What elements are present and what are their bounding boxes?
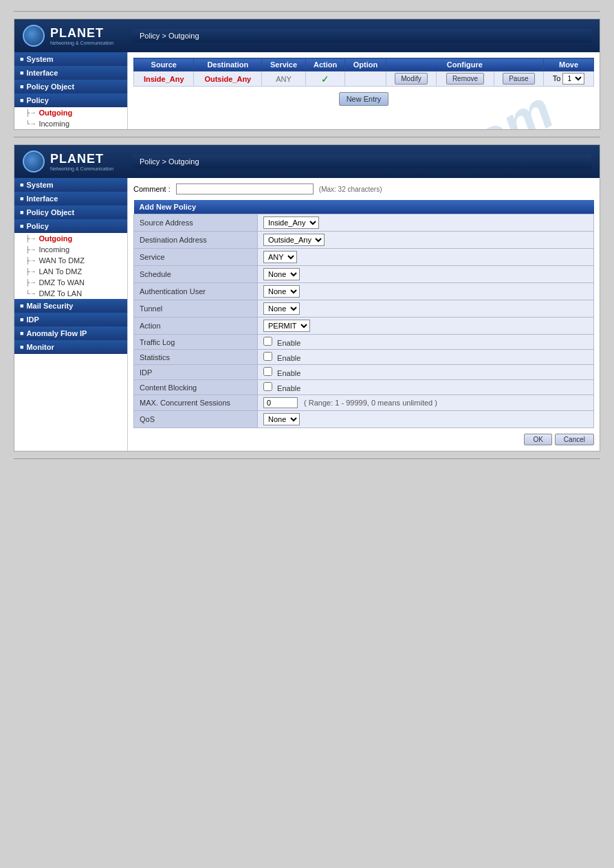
statistics-checkbox[interactable] xyxy=(263,352,272,361)
arrow-icon: └→ xyxy=(25,120,36,127)
tunnel-select[interactable]: None xyxy=(263,302,300,315)
sidebar2-label-wan-dmz: WAN To DMZ xyxy=(39,256,85,265)
sidebar2-item-system[interactable]: ■ System xyxy=(14,178,127,192)
qos-select[interactable]: None xyxy=(263,413,300,425)
add-policy-form: Add New Policy Source Address Inside_Any xyxy=(133,200,594,428)
sidebar2-label-policy: Policy xyxy=(26,222,48,230)
content-blocking-checkbox[interactable] xyxy=(263,382,272,391)
cell-service: ANY xyxy=(262,71,306,87)
cell-move: To 1 xyxy=(544,71,594,87)
remove-button[interactable]: Remove xyxy=(446,73,484,85)
pause-button[interactable]: Pause xyxy=(503,73,534,85)
sidebar2-label-monitor: Monitor xyxy=(26,343,54,351)
field-statistics: Statistics Enable xyxy=(134,350,594,365)
expand-icon: ■ xyxy=(20,83,23,90)
field-value-action: PERMIT xyxy=(258,318,594,335)
field-source-address: Source Address Inside_Any xyxy=(134,214,594,232)
field-value-traffic-log: Enable xyxy=(258,335,594,350)
cell-remove: Remove xyxy=(437,71,494,87)
sidebar2-item-idp[interactable]: ■ IDP xyxy=(14,313,127,326)
sidebar2-item-lan-dmz[interactable]: ├→ LAN To DMZ xyxy=(14,266,127,277)
sidebar2-label-policy-object: Policy Object xyxy=(26,208,74,216)
cancel-button[interactable]: Cancel xyxy=(555,434,594,445)
logo2: PLANET Networking & Communication xyxy=(23,151,133,173)
ok-button[interactable]: OK xyxy=(524,434,551,445)
field-value-max-sessions: ( Range: 1 - 99999, 0 means unlimited ) xyxy=(258,395,594,411)
sidebar1: ■ System ■ Interface ■ Policy Object ■ P… xyxy=(14,52,128,129)
sidebar2-label-interface: Interface xyxy=(26,194,58,203)
sidebar2-item-incoming[interactable]: ├→ Incoming xyxy=(14,244,127,255)
sidebar-label-outgoing: Outgoing xyxy=(39,109,72,117)
schedule-select[interactable]: None xyxy=(263,268,300,280)
sidebar-item-system[interactable]: ■ System xyxy=(14,52,127,66)
arrow-icon: ├→ xyxy=(25,109,36,116)
sidebar2-item-monitor[interactable]: ■ Monitor xyxy=(14,340,127,354)
traffic-log-checkbox[interactable] xyxy=(263,337,272,346)
traffic-log-enable-label: Enable xyxy=(277,339,300,347)
field-value-schedule: None xyxy=(258,266,594,283)
panel2-title: Policy > Outgoing xyxy=(133,155,591,168)
field-label-source: Source Address xyxy=(134,214,258,232)
service-select[interactable]: ANY xyxy=(263,251,297,263)
field-label-service: Service xyxy=(134,249,258,266)
field-destination-address: Destination Address Outside_Any xyxy=(134,232,594,249)
sidebar2-label-mail-security: Mail Security xyxy=(26,302,73,310)
new-entry-button[interactable]: New Entry xyxy=(339,92,389,106)
field-label-statistics: Statistics xyxy=(134,350,258,365)
action-select[interactable]: PERMIT xyxy=(263,320,310,332)
field-value-source: Inside_Any xyxy=(258,214,594,232)
field-value-tunnel: None xyxy=(258,300,594,318)
source-address-select[interactable]: Inside_Any xyxy=(263,216,319,229)
cell-action: ✓ xyxy=(305,71,345,87)
sidebar-item-policy[interactable]: ■ Policy xyxy=(14,93,127,107)
form-button-row: OK Cancel xyxy=(133,434,594,445)
content-blocking-enable-label: Enable xyxy=(277,384,300,392)
field-action: Action PERMIT xyxy=(134,318,594,335)
sidebar2-item-policy-object[interactable]: ■ Policy Object xyxy=(14,205,127,219)
main-content-2: Comment : (Max: 32 characters) Add New P… xyxy=(128,178,600,451)
logo-text: PLANET xyxy=(50,26,104,40)
field-label-destination: Destination Address xyxy=(134,232,258,249)
sidebar2-label-anomaly: Anomaly Flow IP xyxy=(26,329,87,337)
sidebar-item-interface[interactable]: ■ Interface xyxy=(14,66,127,80)
comment-input[interactable] xyxy=(176,183,314,194)
comment-label: Comment : xyxy=(133,185,171,193)
sidebar-item-outgoing[interactable]: ├→ Outgoing xyxy=(14,107,127,118)
sidebar-item-policy-object[interactable]: ■ Policy Object xyxy=(14,80,127,93)
field-schedule: Schedule None xyxy=(134,266,594,283)
sidebar2-item-mail-security[interactable]: ■ Mail Security xyxy=(14,299,127,313)
field-label-qos: QoS xyxy=(134,411,258,428)
logo-icon2 xyxy=(23,151,45,173)
field-auth-user: Authentication User None xyxy=(134,283,594,300)
max-sessions-note: ( Range: 1 - 99999, 0 means unlimited ) xyxy=(304,399,437,407)
sidebar2-item-wan-dmz[interactable]: ├→ WAN To DMZ xyxy=(14,255,127,266)
field-traffic-log: Traffic Log Enable xyxy=(134,335,594,350)
field-label-idp: IDP xyxy=(134,365,258,380)
sidebar2-item-interface[interactable]: ■ Interface xyxy=(14,192,127,205)
move-select[interactable]: 1 xyxy=(562,73,584,85)
sidebar2-item-dmz-wan[interactable]: ├→ DMZ To WAN xyxy=(14,277,127,288)
col-service: Service xyxy=(262,58,306,71)
sidebar2-item-policy[interactable]: ■ Policy xyxy=(14,219,127,233)
field-label-tunnel: Tunnel xyxy=(134,300,258,318)
sidebar-item-incoming[interactable]: └→ Incoming xyxy=(14,118,127,129)
cell-pause: Pause xyxy=(494,71,543,87)
policy-table: Source Destination Service Action Option… xyxy=(133,58,594,87)
sidebar2-item-outgoing[interactable]: ├→ Outgoing xyxy=(14,233,127,244)
modify-button[interactable]: Modify xyxy=(395,73,427,85)
logo-sub: Networking & Communication xyxy=(50,41,113,45)
field-idp: IDP Enable xyxy=(134,365,594,380)
panel1-title: Policy > Outgoing xyxy=(133,29,591,43)
field-label-max-sessions: MAX. Concurrent Sessions xyxy=(134,395,258,411)
auth-user-select[interactable]: None xyxy=(263,285,300,298)
logo-text2: PLANET xyxy=(50,152,104,166)
sidebar2-item-anomaly[interactable]: ■ Anomaly Flow IP xyxy=(14,326,127,340)
idp-checkbox[interactable] xyxy=(263,367,272,376)
max-sessions-input[interactable] xyxy=(263,397,298,408)
sidebar2-item-dmz-lan[interactable]: └→ DMZ To LAN xyxy=(14,288,127,299)
new-entry-row: New Entry xyxy=(133,92,594,106)
sidebar2-label-dmz-wan: DMZ To WAN xyxy=(39,278,85,287)
destination-address-select[interactable]: Outside_Any xyxy=(263,234,325,246)
sidebar-label-system: System xyxy=(26,55,53,63)
main-content-1: Source Destination Service Action Option… xyxy=(128,52,600,129)
